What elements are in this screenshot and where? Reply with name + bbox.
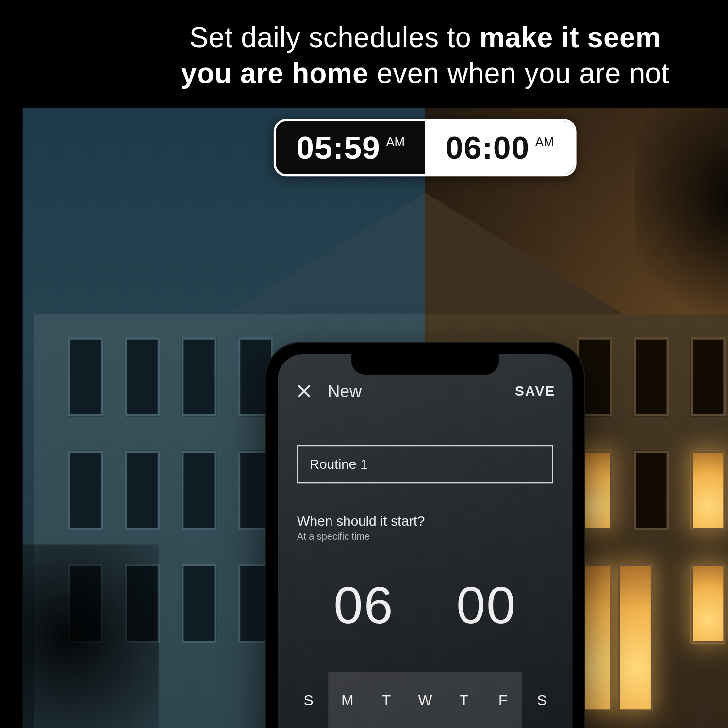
save-button[interactable]: SAVE	[515, 383, 556, 399]
time-badge-before: 05:59 AM	[276, 121, 425, 174]
time-before-value: 05:59	[297, 129, 381, 166]
headline: Set daily schedules to make it seem you …	[0, 20, 728, 91]
start-time-section: When should it start? At a specific time	[297, 513, 553, 543]
start-time-mode[interactable]: At a specific time	[297, 531, 553, 542]
phone-frame: New SAVE Routine 1 When should it start?…	[266, 343, 584, 728]
headline-pre: Set daily schedules to	[189, 21, 480, 53]
day-tue[interactable]: T	[367, 672, 406, 728]
routine-name-input[interactable]: Routine 1	[297, 445, 553, 483]
day-fri[interactable]: F	[483, 672, 522, 728]
time-after-value: 06:00	[446, 129, 529, 166]
page-title: New	[328, 381, 362, 401]
close-icon[interactable]	[295, 382, 313, 400]
headline-post: even when you are not	[368, 57, 669, 88]
app-header: New SAVE	[278, 381, 572, 401]
time-picker-hour[interactable]: 06	[334, 576, 394, 635]
time-before-ampm: AM	[386, 135, 405, 149]
day-sat[interactable]: S	[522, 672, 561, 728]
start-time-question: When should it start?	[297, 513, 553, 529]
weekday-selector: S M T W T F S	[289, 672, 562, 728]
time-picker[interactable]: 06 00	[278, 576, 572, 635]
time-badge-after: 06:00 AM	[425, 121, 574, 174]
headline-bold-2: you are home	[181, 57, 369, 88]
day-thu[interactable]: T	[445, 672, 483, 728]
day-mon[interactable]: M	[328, 672, 367, 728]
time-picker-minute[interactable]: 00	[456, 576, 516, 635]
day-wed[interactable]: W	[406, 672, 445, 728]
time-badge: 05:59 AM 06:00 AM	[274, 119, 577, 176]
promo-canvas: Set daily schedules to make it seem you …	[0, 0, 728, 728]
phone-notch	[351, 354, 499, 375]
headline-bold-1: make it seem	[480, 21, 661, 53]
app-screen: New SAVE Routine 1 When should it start?…	[278, 354, 572, 728]
day-sun[interactable]: S	[289, 672, 328, 728]
time-after-ampm: AM	[535, 135, 554, 149]
